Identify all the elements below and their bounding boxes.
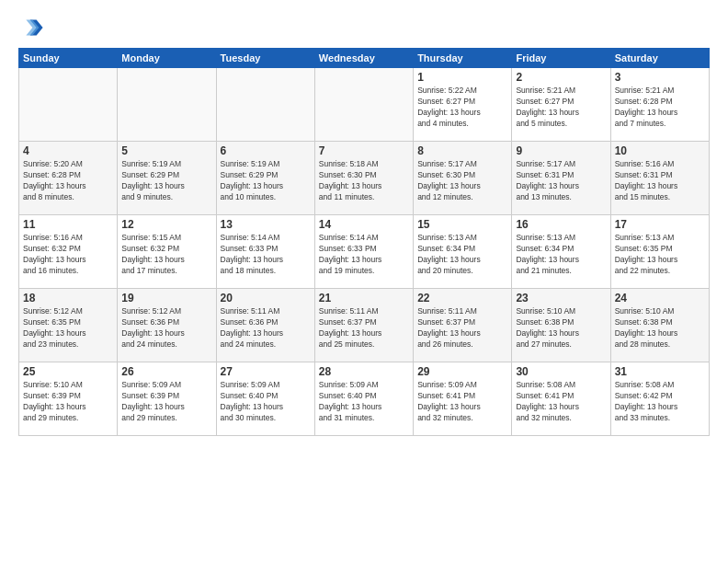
day-info: Sunrise: 5:09 AM Sunset: 6:40 PM Dayligh…	[319, 380, 409, 424]
day-info: Sunrise: 5:09 AM Sunset: 6:39 PM Dayligh…	[121, 380, 211, 424]
header-saturday: Saturday	[610, 49, 709, 68]
day-number: 12	[121, 218, 211, 231]
day-number: 9	[516, 144, 606, 157]
header-thursday: Thursday	[414, 49, 512, 68]
cell-1-6: 10Sunrise: 5:16 AM Sunset: 6:31 PM Dayli…	[610, 142, 709, 215]
day-info: Sunrise: 5:16 AM Sunset: 6:31 PM Dayligh…	[615, 159, 705, 203]
cell-2-5: 16Sunrise: 5:13 AM Sunset: 6:34 PM Dayli…	[512, 215, 610, 289]
cell-2-2: 13Sunrise: 5:14 AM Sunset: 6:33 PM Dayli…	[216, 215, 314, 289]
day-number: 22	[417, 292, 507, 304]
day-number: 11	[23, 218, 113, 231]
cell-3-3: 21Sunrise: 5:11 AM Sunset: 6:37 PM Dayli…	[314, 289, 413, 362]
week-row-1: 1Sunrise: 5:22 AM Sunset: 6:27 PM Daylig…	[19, 68, 710, 142]
day-number: 10	[615, 144, 705, 157]
cell-1-4: 8Sunrise: 5:17 AM Sunset: 6:30 PM Daylig…	[414, 142, 512, 215]
day-number: 16	[516, 218, 606, 231]
day-info: Sunrise: 5:19 AM Sunset: 6:29 PM Dayligh…	[221, 159, 311, 203]
cell-3-5: 23Sunrise: 5:10 AM Sunset: 6:38 PM Dayli…	[512, 289, 610, 362]
header-row: SundayMondayTuesdayWednesdayThursdayFrid…	[19, 49, 710, 68]
day-info: Sunrise: 5:09 AM Sunset: 6:40 PM Dayligh…	[221, 380, 311, 424]
cell-2-1: 12Sunrise: 5:15 AM Sunset: 6:32 PM Dayli…	[118, 215, 216, 289]
cell-0-5: 2Sunrise: 5:21 AM Sunset: 6:27 PM Daylig…	[512, 68, 610, 142]
day-info: Sunrise: 5:08 AM Sunset: 6:42 PM Dayligh…	[615, 380, 705, 424]
cell-4-0: 25Sunrise: 5:10 AM Sunset: 6:39 PM Dayli…	[19, 362, 118, 436]
logo	[18, 15, 48, 40]
cell-1-3: 7Sunrise: 5:18 AM Sunset: 6:30 PM Daylig…	[314, 142, 413, 215]
day-number: 6	[221, 144, 311, 157]
day-info: Sunrise: 5:16 AM Sunset: 6:32 PM Dayligh…	[23, 233, 113, 277]
week-row-5: 25Sunrise: 5:10 AM Sunset: 6:39 PM Dayli…	[19, 362, 710, 436]
day-number: 4	[23, 144, 113, 157]
cell-4-3: 28Sunrise: 5:09 AM Sunset: 6:40 PM Dayli…	[314, 362, 413, 436]
cell-1-0: 4Sunrise: 5:20 AM Sunset: 6:28 PM Daylig…	[19, 142, 118, 215]
day-number: 31	[615, 365, 705, 378]
day-info: Sunrise: 5:09 AM Sunset: 6:41 PM Dayligh…	[417, 380, 507, 424]
day-number: 1	[417, 71, 507, 84]
day-number: 13	[221, 218, 311, 231]
cell-2-4: 15Sunrise: 5:13 AM Sunset: 6:34 PM Dayli…	[414, 215, 512, 289]
day-number: 14	[319, 218, 409, 231]
day-number: 20	[221, 292, 311, 304]
day-number: 19	[121, 292, 211, 304]
cell-4-2: 27Sunrise: 5:09 AM Sunset: 6:40 PM Dayli…	[216, 362, 314, 436]
header-sunday: Sunday	[19, 49, 118, 68]
header	[18, 15, 710, 40]
day-number: 17	[615, 218, 705, 231]
cell-0-1	[118, 68, 216, 142]
cell-3-2: 20Sunrise: 5:11 AM Sunset: 6:36 PM Dayli…	[216, 289, 314, 362]
cell-4-5: 30Sunrise: 5:08 AM Sunset: 6:41 PM Dayli…	[512, 362, 610, 436]
cell-2-0: 11Sunrise: 5:16 AM Sunset: 6:32 PM Dayli…	[19, 215, 118, 289]
day-info: Sunrise: 5:11 AM Sunset: 6:37 PM Dayligh…	[417, 306, 507, 350]
cell-0-2	[216, 68, 314, 142]
day-info: Sunrise: 5:10 AM Sunset: 6:39 PM Dayligh…	[23, 380, 113, 424]
cell-0-3	[314, 68, 413, 142]
day-info: Sunrise: 5:13 AM Sunset: 6:35 PM Dayligh…	[615, 233, 705, 277]
cell-1-5: 9Sunrise: 5:17 AM Sunset: 6:31 PM Daylig…	[512, 142, 610, 215]
cell-2-6: 17Sunrise: 5:13 AM Sunset: 6:35 PM Dayli…	[610, 215, 709, 289]
day-info: Sunrise: 5:10 AM Sunset: 6:38 PM Dayligh…	[516, 306, 606, 350]
day-number: 8	[417, 144, 507, 157]
day-number: 26	[121, 365, 211, 378]
day-info: Sunrise: 5:12 AM Sunset: 6:36 PM Dayligh…	[121, 306, 211, 350]
day-info: Sunrise: 5:12 AM Sunset: 6:35 PM Dayligh…	[23, 306, 113, 350]
day-info: Sunrise: 5:17 AM Sunset: 6:31 PM Dayligh…	[516, 159, 606, 203]
day-info: Sunrise: 5:17 AM Sunset: 6:30 PM Dayligh…	[417, 159, 507, 203]
week-row-2: 4Sunrise: 5:20 AM Sunset: 6:28 PM Daylig…	[19, 142, 710, 215]
calendar-header: SundayMondayTuesdayWednesdayThursdayFrid…	[19, 49, 710, 68]
cell-0-0	[19, 68, 118, 142]
cell-3-0: 18Sunrise: 5:12 AM Sunset: 6:35 PM Dayli…	[19, 289, 118, 362]
day-number: 28	[319, 365, 409, 378]
logo-icon	[18, 15, 44, 40]
header-tuesday: Tuesday	[216, 49, 314, 68]
header-friday: Friday	[512, 49, 610, 68]
day-info: Sunrise: 5:21 AM Sunset: 6:28 PM Dayligh…	[615, 86, 705, 130]
week-row-3: 11Sunrise: 5:16 AM Sunset: 6:32 PM Dayli…	[19, 215, 710, 289]
day-info: Sunrise: 5:22 AM Sunset: 6:27 PM Dayligh…	[417, 86, 507, 130]
cell-4-6: 31Sunrise: 5:08 AM Sunset: 6:42 PM Dayli…	[610, 362, 709, 436]
day-number: 2	[516, 71, 606, 84]
day-number: 25	[23, 365, 113, 378]
header-monday: Monday	[118, 49, 216, 68]
day-info: Sunrise: 5:21 AM Sunset: 6:27 PM Dayligh…	[516, 86, 606, 130]
day-info: Sunrise: 5:08 AM Sunset: 6:41 PM Dayligh…	[516, 380, 606, 424]
day-number: 30	[516, 365, 606, 378]
cell-1-2: 6Sunrise: 5:19 AM Sunset: 6:29 PM Daylig…	[216, 142, 314, 215]
day-number: 3	[615, 71, 705, 84]
calendar-body: 1Sunrise: 5:22 AM Sunset: 6:27 PM Daylig…	[19, 68, 710, 436]
day-info: Sunrise: 5:14 AM Sunset: 6:33 PM Dayligh…	[221, 233, 311, 277]
day-info: Sunrise: 5:11 AM Sunset: 6:36 PM Dayligh…	[221, 306, 311, 350]
cell-0-6: 3Sunrise: 5:21 AM Sunset: 6:28 PM Daylig…	[610, 68, 709, 142]
day-number: 27	[221, 365, 311, 378]
cell-2-3: 14Sunrise: 5:14 AM Sunset: 6:33 PM Dayli…	[314, 215, 413, 289]
day-info: Sunrise: 5:14 AM Sunset: 6:33 PM Dayligh…	[319, 233, 409, 277]
header-wednesday: Wednesday	[314, 49, 413, 68]
day-info: Sunrise: 5:13 AM Sunset: 6:34 PM Dayligh…	[417, 233, 507, 277]
cell-4-1: 26Sunrise: 5:09 AM Sunset: 6:39 PM Dayli…	[118, 362, 216, 436]
cell-4-4: 29Sunrise: 5:09 AM Sunset: 6:41 PM Dayli…	[414, 362, 512, 436]
day-info: Sunrise: 5:13 AM Sunset: 6:34 PM Dayligh…	[516, 233, 606, 277]
calendar-table: SundayMondayTuesdayWednesdayThursdayFrid…	[18, 48, 710, 436]
day-info: Sunrise: 5:10 AM Sunset: 6:38 PM Dayligh…	[615, 306, 705, 350]
day-info: Sunrise: 5:15 AM Sunset: 6:32 PM Dayligh…	[121, 233, 211, 277]
day-number: 7	[319, 144, 409, 157]
day-number: 29	[417, 365, 507, 378]
